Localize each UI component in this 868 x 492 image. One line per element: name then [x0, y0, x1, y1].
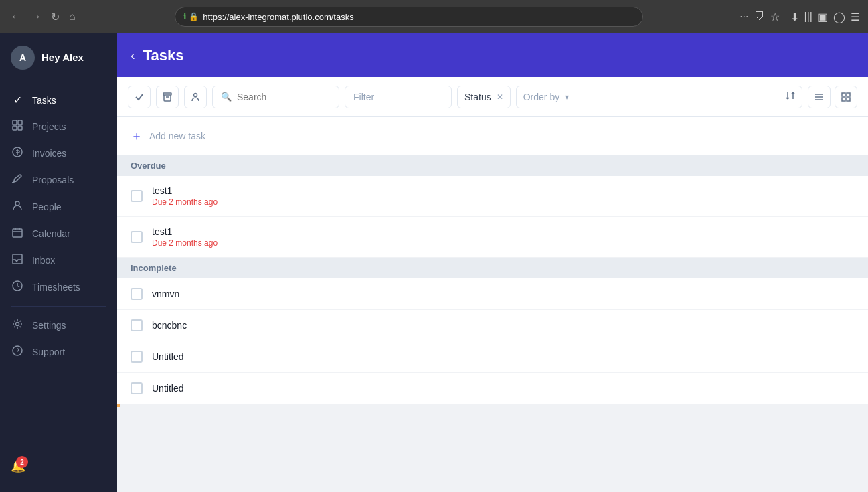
list-view-button[interactable] — [808, 86, 831, 108]
sidebar-item-people[interactable]: People — [0, 193, 117, 220]
sidebar-item-inbox[interactable]: Inbox — [0, 247, 117, 274]
more-options-icon[interactable]: ··· — [740, 11, 748, 23]
toolbar-right — [808, 86, 857, 108]
table-row[interactable]: bcncbnc — [117, 310, 868, 341]
main-content: ‹ Tasks 🔍 Filter Status ✕ — [117, 33, 868, 492]
svg-point-12 — [194, 93, 197, 96]
tasks-icon: ✓ — [11, 94, 24, 106]
svg-rect-1 — [18, 120, 22, 125]
settings-icon — [11, 319, 24, 332]
table-row[interactable]: Untitled — [117, 373, 868, 404]
task-checkbox[interactable] — [131, 382, 143, 394]
menu-icon[interactable]: ☰ — [851, 11, 860, 23]
sidebar-toggle-icon[interactable]: ▣ — [818, 11, 828, 23]
browser-chrome: ← → ↻ ⌂ ℹ 🔒 https://alex-integromat.plut… — [0, 0, 868, 33]
list-view-icon — [814, 92, 824, 102]
bookmark-icon[interactable]: ☆ — [770, 11, 780, 23]
app-container: A Hey Alex ✓ Tasks Projects Invoices — [0, 33, 868, 492]
svg-rect-19 — [847, 98, 850, 101]
notification-badge: 2 — [16, 456, 28, 468]
sidebar-label-support: Support — [32, 347, 65, 357]
calendar-icon — [11, 227, 24, 240]
sidebar-label-projects: Projects — [32, 121, 66, 132]
task-info: Untitled — [152, 351, 183, 362]
notification-area[interactable]: 🔔 2 — [0, 450, 117, 481]
sidebar-label-invoices: Invoices — [32, 148, 66, 159]
timesheets-icon — [11, 280, 24, 294]
svg-point-5 — [15, 201, 19, 206]
sidebar-item-invoices[interactable]: Invoices — [0, 140, 117, 167]
task-info: bcncbnc — [152, 320, 187, 331]
address-bar[interactable]: ℹ 🔒 https://alex-integromat.plutio.com/t… — [175, 7, 643, 27]
sidebar-item-tasks[interactable]: ✓ Tasks — [0, 87, 117, 113]
progress-indicator — [117, 404, 120, 407]
section-overdue-header: Overdue — [117, 155, 868, 176]
sidebar-item-projects[interactable]: Projects — [0, 113, 117, 140]
add-task-bar[interactable]: ＋ Add new task — [117, 117, 868, 155]
page-header: ‹ Tasks — [117, 33, 868, 77]
task-checkbox[interactable] — [131, 351, 143, 363]
search-box[interactable]: 🔍 — [212, 86, 339, 108]
content-area[interactable]: ＋ Add new task Overdue test1 Due 2 month… — [117, 117, 868, 492]
search-icon: 🔍 — [221, 92, 232, 102]
pocket-icon[interactable]: ⛉ — [754, 11, 765, 23]
task-info: test1 Due 2 months ago — [152, 226, 218, 248]
sidebar-item-settings[interactable]: Settings — [0, 312, 117, 339]
checkmark-icon — [135, 92, 144, 102]
table-row[interactable]: Untitled — [117, 341, 868, 373]
back-button[interactable]: ‹ — [131, 48, 135, 63]
sidebar-item-support[interactable]: Support — [0, 339, 117, 365]
library-icon[interactable]: ||| — [804, 11, 812, 23]
table-row[interactable]: test1 Due 2 months ago — [117, 217, 868, 258]
task-name: vnmvn — [152, 289, 179, 299]
page-title: Tasks — [143, 47, 184, 64]
check-all-button[interactable] — [128, 86, 151, 108]
sidebar: A Hey Alex ✓ Tasks Projects Invoices — [0, 33, 117, 492]
person-icon — [191, 92, 200, 102]
home-button[interactable]: ⌂ — [66, 9, 78, 24]
sidebar-item-timesheets[interactable]: Timesheets — [0, 274, 117, 301]
svg-rect-2 — [13, 126, 17, 130]
task-due-date: Due 2 months ago — [152, 238, 218, 248]
sidebar-label-proposals: Proposals — [32, 175, 74, 185]
status-clear-icon[interactable]: ✕ — [497, 92, 503, 102]
profile-icon[interactable]: ◯ — [833, 11, 845, 23]
archive-button[interactable] — [156, 86, 179, 108]
download-icon[interactable]: ⬇ — [790, 11, 799, 23]
search-input[interactable] — [237, 92, 331, 102]
back-nav-button[interactable]: ← — [8, 9, 24, 24]
reload-button[interactable]: ↻ — [48, 9, 62, 25]
status-filter[interactable]: Status ✕ — [457, 86, 511, 108]
svg-rect-0 — [13, 120, 17, 125]
filter-box[interactable]: Filter — [345, 86, 452, 108]
svg-point-9 — [16, 323, 19, 326]
grid-view-button[interactable] — [835, 86, 857, 108]
sidebar-divider — [11, 306, 106, 307]
chevron-down-icon: ▾ — [565, 92, 569, 102]
support-icon — [11, 345, 24, 359]
status-label: Status — [464, 92, 491, 102]
forward-nav-button[interactable]: → — [28, 9, 44, 24]
sort-arrows-icon — [786, 91, 795, 102]
add-task-icon: ＋ — [131, 128, 143, 144]
task-checkbox[interactable] — [131, 231, 143, 243]
order-by-label: Order by — [523, 92, 559, 102]
order-by-box[interactable]: Order by ▾ — [516, 86, 802, 108]
avatar: A — [11, 46, 35, 70]
sidebar-item-calendar[interactable]: Calendar — [0, 220, 117, 247]
svg-rect-18 — [842, 98, 845, 101]
user-greeting: Hey Alex — [41, 51, 84, 64]
projects-icon — [11, 120, 24, 133]
task-checkbox[interactable] — [131, 319, 143, 331]
svg-rect-6 — [13, 229, 22, 237]
task-info: test1 Due 2 months ago — [152, 185, 218, 207]
table-row[interactable]: vnmvn — [117, 278, 868, 310]
task-checkbox[interactable] — [131, 288, 143, 300]
security-icon: ℹ 🔒 — [183, 12, 199, 21]
task-name: test1 — [152, 185, 218, 196]
task-checkbox[interactable] — [131, 190, 143, 202]
sidebar-item-proposals[interactable]: Proposals — [0, 167, 117, 193]
table-row[interactable]: test1 Due 2 months ago — [117, 176, 868, 217]
sidebar-bottom: 🔔 2 — [0, 445, 117, 492]
assign-button[interactable] — [184, 86, 207, 108]
